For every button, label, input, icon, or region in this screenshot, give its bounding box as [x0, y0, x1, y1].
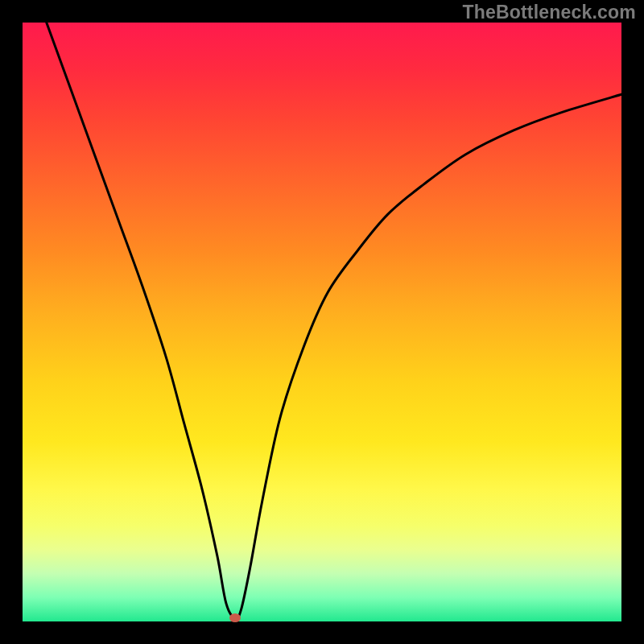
watermark-text: TheBottleneck.com — [462, 2, 636, 23]
chart-frame: TheBottleneck.com — [0, 0, 644, 644]
bottleneck-curve — [23, 23, 621, 621]
plot-area — [23, 23, 621, 621]
